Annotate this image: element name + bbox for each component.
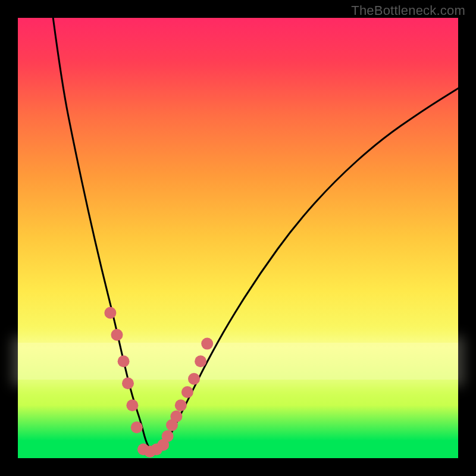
chart-svg xyxy=(18,18,458,458)
highlight-dot xyxy=(175,399,187,411)
highlight-dots-bottom xyxy=(137,443,162,458)
highlight-dots-right xyxy=(157,338,213,451)
highlight-dot xyxy=(181,386,193,398)
highlight-dot xyxy=(201,338,213,350)
highlight-dot xyxy=(131,421,143,433)
highlight-dot xyxy=(111,329,123,341)
highlight-dot xyxy=(118,355,130,367)
chart-frame: TheBottleneck.com xyxy=(0,0,476,476)
highlight-dot xyxy=(126,399,138,411)
highlight-dot xyxy=(170,411,182,422)
watermark-text: TheBottleneck.com xyxy=(351,3,465,18)
bottleneck-curve xyxy=(53,18,458,453)
highlight-dot xyxy=(162,430,174,442)
highlight-dots-left xyxy=(104,307,142,433)
highlight-dot xyxy=(195,355,206,367)
highlight-dot xyxy=(122,377,134,389)
highlight-dot xyxy=(151,443,162,455)
highlight-dot xyxy=(104,307,116,319)
highlight-dot xyxy=(188,373,200,385)
